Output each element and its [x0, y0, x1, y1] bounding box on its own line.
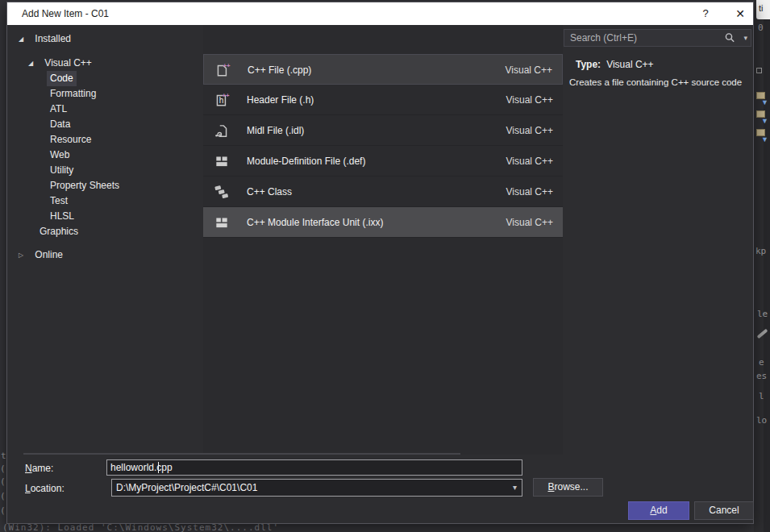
list-item-header-file[interactable]: h ++ Header File (.h) Visual C++: [203, 85, 563, 115]
collapsed-triangle-icon[interactable]: ▷: [19, 247, 29, 263]
add-new-item-dialog: Add New Item - C01 ? ✕ Sort by: Default …: [6, 2, 754, 524]
background-text-fragment: 0: [758, 23, 764, 33]
background-square-icon: [756, 68, 762, 73]
tree-item-formatting[interactable]: Formatting: [7, 86, 203, 102]
list-item-cpp-file[interactable]: ++ C++ File (.cpp) Visual C++: [203, 54, 563, 85]
module-interface-icon: [214, 214, 230, 231]
expanded-triangle-icon[interactable]: ◢: [28, 56, 39, 71]
background-text-fragment: kp: [755, 246, 766, 256]
name-label: Name:: [25, 463, 53, 474]
browse-button[interactable]: Browse...: [533, 478, 603, 497]
tree-item-property-sheets[interactable]: Property Sheets: [7, 178, 203, 193]
tree-item-web[interactable]: Web: [7, 148, 203, 163]
name-input[interactable]: helloworld.cpp: [106, 459, 522, 476]
tree-item-online[interactable]: ▷ Online: [7, 247, 203, 263]
dialog-title: Add New Item - C01: [22, 2, 109, 25]
add-button[interactable]: Add: [628, 501, 689, 520]
background-text-fragment: es: [756, 371, 767, 381]
cancel-button[interactable]: Cancel: [694, 501, 754, 520]
dialog-titlebar: Add New Item - C01 ? ✕: [7, 2, 753, 25]
background-text-fragment: lo: [756, 415, 767, 426]
location-value: D:\MyProject\ProjectC#\C01\C01: [116, 482, 257, 493]
help-button[interactable]: ?: [693, 2, 718, 25]
background-window-strip: 0 ▼ ▼ ▼ kp le e es l lo: [754, 0, 770, 532]
background-text-fragment: (: [0, 491, 6, 501]
filter-icon-fragment: ▼: [761, 98, 768, 106]
background-text-fragment: e: [759, 357, 764, 368]
list-item-module-definition-file[interactable]: Module-Definition File (.def) Visual C++: [203, 146, 563, 177]
list-item-midl-file[interactable]: Midl File (.idl) Visual C++: [203, 115, 563, 146]
template-type-row: Type:Visual C++: [576, 59, 654, 70]
type-value: Visual C++: [606, 59, 653, 70]
name-value: helloworld.cpp: [110, 462, 173, 473]
location-label: Location:: [25, 483, 65, 494]
expanded-triangle-icon[interactable]: ◢: [19, 31, 29, 47]
tree-item-resource[interactable]: Resource: [7, 132, 203, 148]
background-text-fragment: l: [759, 391, 764, 401]
type-label: Type:: [576, 59, 601, 70]
text-caret: [158, 462, 159, 473]
cpp-file-icon: ++: [214, 62, 231, 78]
module-definition-icon: [214, 153, 230, 169]
tree-item-code[interactable]: Code: [7, 71, 203, 86]
tree-item-installed[interactable]: ◢ Installed: [7, 31, 203, 47]
background-text-fragment: le: [757, 309, 768, 319]
list-item-cpp-module-interface-unit[interactable]: C++ Module Interface Unit (.ixx) Visual …: [203, 207, 563, 238]
wrench-icon-fragment: [756, 329, 768, 339]
chevron-down-icon[interactable]: ▾: [513, 480, 517, 496]
svg-text:++: ++: [223, 62, 231, 69]
svg-text:++: ++: [223, 92, 230, 99]
tree-item-hlsl[interactable]: HLSL: [7, 209, 203, 224]
cpp-class-icon: [214, 184, 230, 200]
tree-item-graphics[interactable]: Graphics: [7, 224, 203, 239]
divider: [23, 453, 460, 455]
background-text-fragment: t: [1, 451, 6, 461]
tree-item-utility[interactable]: Utility: [7, 163, 203, 178]
list-item-cpp-class[interactable]: C++ Class Visual C++: [203, 177, 563, 207]
tree-item-visual-cpp[interactable]: ◢ Visual C++: [7, 56, 203, 71]
midl-file-icon: [214, 123, 230, 139]
tree-item-data[interactable]: Data: [7, 117, 203, 132]
background-text-fragment: (: [0, 476, 6, 487]
tree-item-atl[interactable]: ATL: [7, 102, 203, 117]
template-info-panel: Type:Visual C++ Creates a file containin…: [563, 25, 755, 455]
header-file-icon: h ++: [214, 92, 230, 108]
filter-icon-fragment: ▼: [761, 135, 768, 143]
background-text-fragment: (: [0, 505, 6, 516]
background-tooltip-fragment: ti: [756, 0, 770, 19]
close-button[interactable]: ✕: [727, 2, 753, 25]
filter-icon-fragment: ▼: [761, 117, 768, 125]
template-description: Creates a file containing C++ source cod…: [569, 77, 753, 87]
screen: t (' ( ( ( 0 ▼ ▼ ▼ kp le e es l lo ti (W…: [0, 0, 770, 532]
template-list: ++ C++ File (.cpp) Visual C++ h ++ Heade…: [203, 25, 563, 455]
location-dropdown[interactable]: D:\MyProject\ProjectC#\C01\C01 ▾: [111, 479, 522, 497]
tree-item-test[interactable]: Test: [7, 193, 203, 209]
